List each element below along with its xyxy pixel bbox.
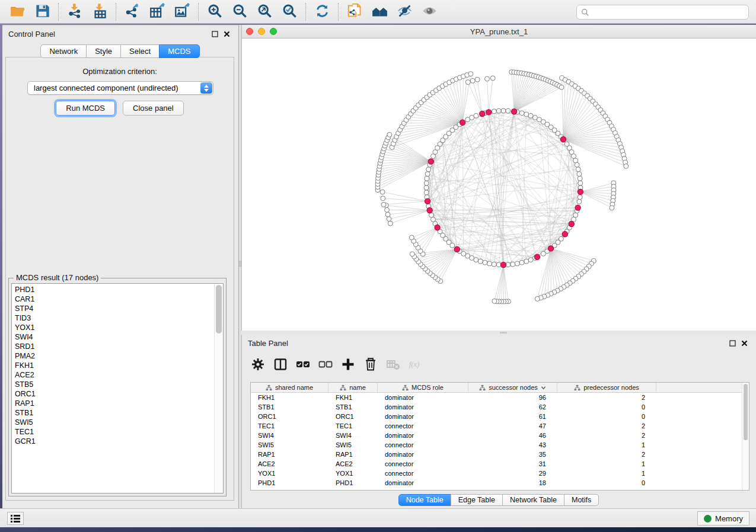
column-header-successor-nodes[interactable]: successor nodes — [468, 383, 557, 392]
graph-hub-node[interactable] — [534, 254, 540, 259]
table-row[interactable]: PHD1PHD1dominator180 — [251, 478, 742, 488]
mcds-result-item[interactable]: ACE2 — [12, 370, 213, 380]
mcds-result-item[interactable]: SRD1 — [12, 342, 213, 351]
graph-node[interactable] — [385, 207, 390, 212]
graph-node[interactable] — [524, 112, 529, 117]
network-window-titlebar[interactable]: YPA_prune.txt_1 — [242, 25, 756, 39]
select-all-button[interactable] — [293, 355, 313, 375]
graph-hub-node[interactable] — [548, 246, 553, 251]
graph-node[interactable] — [519, 111, 524, 116]
graph-node[interactable] — [528, 258, 533, 262]
graph-node[interactable] — [492, 299, 497, 303]
mcds-result-item[interactable]: TEC1 — [12, 427, 213, 437]
zoom-in-button[interactable] — [202, 2, 227, 22]
table-row[interactable]: STB1STB1dominator620 — [251, 402, 742, 412]
graph-node[interactable] — [490, 76, 495, 81]
graph-hub-node[interactable] — [575, 205, 580, 210]
show-all-button[interactable] — [417, 2, 442, 22]
tab-node-table[interactable]: Node Table — [398, 494, 451, 506]
graph-hub-node[interactable] — [427, 207, 432, 213]
toggle-columns-button[interactable] — [270, 355, 291, 375]
graph-hub-node[interactable] — [454, 246, 460, 252]
tab-motifs[interactable]: Motifs — [564, 494, 599, 506]
hide-selected-button[interactable] — [392, 2, 417, 22]
graph-node[interactable] — [578, 176, 582, 181]
float-panel-button[interactable] — [209, 28, 221, 40]
mcds-result-item[interactable]: YOX1 — [12, 323, 213, 332]
graph-node[interactable] — [429, 213, 433, 217]
graph-hub-node[interactable] — [480, 111, 485, 116]
zoom-out-button[interactable] — [227, 2, 252, 22]
graph-node[interactable] — [541, 251, 546, 256]
mcds-result-item[interactable]: STB1 — [12, 408, 213, 418]
graph-hub-node[interactable] — [562, 232, 567, 237]
graph-node[interactable] — [506, 108, 511, 113]
float-table-panel-button[interactable] — [726, 337, 738, 349]
graph-node[interactable] — [474, 258, 479, 262]
table-scrollbar[interactable] — [742, 383, 749, 490]
open-session-button[interactable] — [5, 2, 30, 22]
export-network-button[interactable] — [120, 2, 145, 22]
graph-node[interactable] — [424, 185, 429, 190]
first-neighbors-button[interactable] — [367, 2, 392, 22]
graph-node[interactable] — [624, 164, 629, 169]
delete-columns-button[interactable] — [361, 355, 381, 375]
column-header-name[interactable]: name — [328, 383, 378, 392]
graph-node[interactable] — [578, 195, 582, 200]
import-network-button[interactable] — [62, 2, 87, 22]
export-image-button[interactable] — [170, 2, 194, 22]
mcds-result-item[interactable]: GCR1 — [12, 437, 213, 446]
tab-edge-table[interactable]: Edge Table — [451, 494, 503, 506]
graph-node[interactable] — [573, 213, 578, 217]
table-row[interactable]: SWI5SWI5connector431 — [251, 440, 742, 450]
tab-mcds[interactable]: MCDS — [159, 44, 199, 58]
table-row[interactable]: TEC1TEC1connector472 — [251, 421, 742, 431]
tab-style[interactable]: Style — [86, 44, 121, 58]
graph-node[interactable] — [578, 181, 583, 185]
column-header-predecessor-nodes[interactable]: predecessor nodes — [557, 383, 656, 392]
graph-node[interactable] — [409, 235, 414, 240]
export-table-button[interactable] — [145, 2, 170, 22]
graph-node[interactable] — [559, 85, 564, 89]
clone-network-button[interactable] — [342, 2, 367, 22]
graph-node[interactable] — [501, 108, 506, 113]
close-table-panel-button[interactable] — [738, 337, 750, 349]
graph-node[interactable] — [425, 176, 429, 181]
graph-node[interactable] — [465, 80, 470, 85]
graph-node[interactable] — [387, 217, 391, 222]
import-table-button[interactable] — [87, 2, 112, 22]
graph-node[interactable] — [474, 113, 479, 118]
panel-list-button[interactable] — [7, 512, 24, 525]
graph-node[interactable] — [424, 190, 429, 195]
search-input[interactable] — [589, 5, 748, 19]
graph-node[interactable] — [381, 202, 386, 207]
mcds-list-scrollbar[interactable] — [214, 284, 223, 493]
table-row[interactable]: SWI4SWI4dominator462 — [251, 431, 742, 440]
graph-hub-node[interactable] — [569, 221, 574, 226]
mcds-result-item[interactable]: FKH1 — [12, 361, 213, 370]
graph-node[interactable] — [425, 172, 430, 177]
graph-node[interactable] — [577, 172, 582, 177]
graph-node[interactable] — [410, 252, 414, 257]
graph-node[interactable] — [426, 167, 431, 172]
table-row[interactable]: FKH1FKH1dominator962 — [251, 393, 742, 402]
graph-node[interactable] — [535, 296, 540, 301]
memory-button[interactable]: Memory — [697, 511, 749, 525]
graph-node[interactable] — [575, 162, 579, 167]
graph-hub-node[interactable] — [500, 262, 506, 267]
mcds-result-item[interactable]: SWI5 — [12, 418, 213, 427]
table-row[interactable]: ACE2ACE2connector311 — [251, 459, 742, 469]
criterion-select[interactable]: largest connected component (undirected) — [27, 81, 213, 95]
graph-hub-node[interactable] — [486, 110, 492, 115]
graph-node[interactable] — [468, 72, 473, 76]
graph-node[interactable] — [388, 221, 393, 226]
graph-node[interactable] — [475, 77, 480, 82]
graph-node[interactable] — [485, 76, 490, 81]
graph-node[interactable] — [576, 167, 580, 172]
close-panel-button-2[interactable]: Close panel — [123, 101, 184, 116]
graph-node[interactable] — [572, 154, 576, 159]
graph-node[interactable] — [524, 259, 529, 264]
zoom-selected-button[interactable] — [277, 2, 302, 22]
graph-node[interactable] — [387, 132, 392, 137]
refresh-layout-button[interactable] — [310, 2, 334, 22]
